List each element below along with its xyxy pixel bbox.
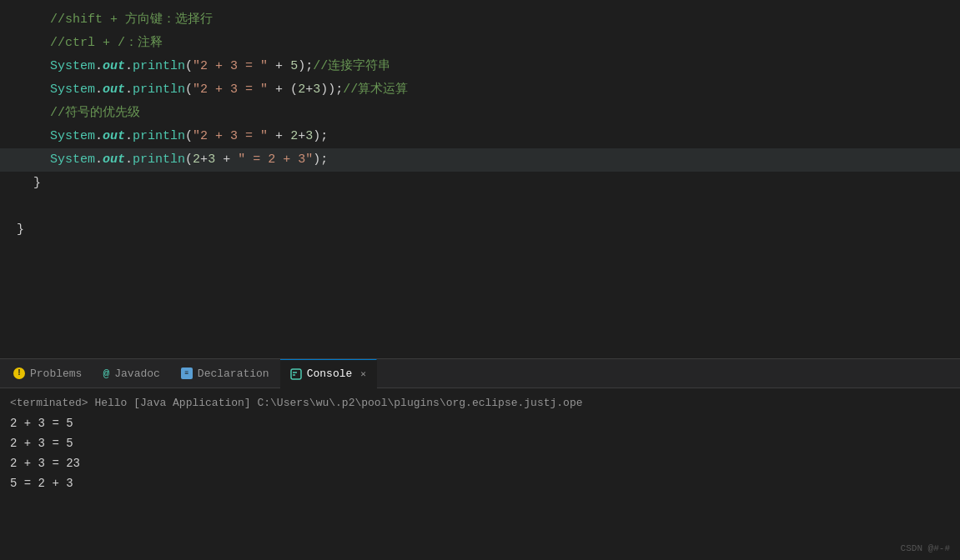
code-line-2: //ctrl + /：注释	[0, 32, 960, 55]
console-output-2: 2 + 3 = 5	[10, 433, 950, 453]
code-line-1: //shift + 方向键：选择行	[0, 8, 960, 32]
console-terminated-line: <terminated> Hello [Java Application] C:…	[10, 393, 950, 413]
console-close-button[interactable]: ✕	[360, 368, 366, 379]
bottom-panel: ! Problems @ Javadoc ≡ Declaration Conso…	[0, 358, 960, 560]
code-line-7: System.out.println(2+3 + " = 2 + 3");	[0, 148, 960, 172]
console-content: <terminated> Hello [Java Application] C:…	[0, 388, 960, 560]
javadoc-icon: @	[103, 368, 109, 380]
console-output-1: 2 + 3 = 5	[10, 413, 950, 433]
code-line-3: System.out.println("2 + 3 = " + 5);//连接字…	[0, 55, 960, 78]
tab-declaration-label: Declaration	[198, 368, 269, 380]
tab-console[interactable]: Console ✕	[280, 359, 377, 388]
tab-declaration[interactable]: ≡ Declaration	[171, 359, 280, 388]
csdn-watermark: CSDN @#-#	[901, 543, 950, 553]
console-output-3: 2 + 3 = 23	[10, 453, 950, 473]
tab-javadoc-label: Javadoc	[114, 368, 160, 380]
code-line-8: }	[0, 172, 960, 195]
console-icon	[290, 368, 302, 380]
tab-problems[interactable]: ! Problems	[3, 359, 93, 388]
editor-area: //shift + 方向键：选择行 //ctrl + /：注释 System.o…	[0, 0, 960, 358]
code-line-10: }	[0, 218, 960, 242]
comment-1: //shift + 方向键：选择行	[50, 12, 213, 27]
console-output-4: 5 = 2 + 3	[10, 473, 950, 493]
declaration-icon: ≡	[181, 368, 193, 379]
tab-problems-label: Problems	[30, 368, 82, 380]
code-line-9	[0, 195, 960, 218]
code-line-6: System.out.println("2 + 3 = " + 2+3);	[0, 125, 960, 148]
tab-javadoc[interactable]: @ Javadoc	[93, 359, 170, 388]
comment-5: //符号的优先级	[50, 106, 140, 120]
problems-icon: !	[13, 368, 25, 379]
comment-2: //ctrl + /：注释	[50, 36, 163, 50]
code-line-5: //符号的优先级	[0, 102, 960, 125]
tab-console-label: Console	[307, 368, 353, 380]
code-line-4: System.out.println("2 + 3 = " + (2+3));/…	[0, 78, 960, 102]
tab-bar: ! Problems @ Javadoc ≡ Declaration Conso…	[0, 359, 960, 388]
svg-rect-0	[291, 369, 301, 379]
